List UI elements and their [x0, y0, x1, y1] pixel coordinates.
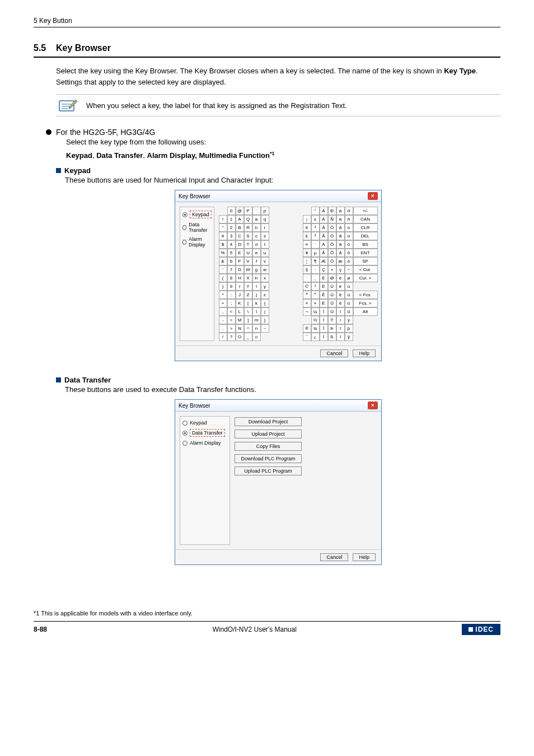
key-side-button[interactable]: ENT [353, 249, 378, 257]
key-cell[interactable]: X [244, 274, 252, 282]
key-cell[interactable]: É [320, 282, 328, 291]
key-cell[interactable]: Ã [320, 232, 328, 240]
key-cell[interactable]: ð [345, 207, 353, 215]
key-side-button[interactable]: DEL [353, 232, 378, 240]
key-cell[interactable]: ® [303, 324, 311, 333]
close-icon[interactable]: ✕ [368, 192, 378, 200]
key-cell[interactable]: ¶ [311, 257, 320, 265]
key-cell[interactable]: = [227, 316, 236, 324]
key-cell[interactable]: ä [336, 240, 345, 249]
key-cell[interactable]: Q [244, 215, 252, 223]
key-cell[interactable]: è [336, 274, 345, 282]
key-cell[interactable]: ¸ [311, 274, 320, 282]
key-cell[interactable]: W [244, 265, 252, 274]
key-cell[interactable]: Ý [328, 316, 336, 324]
key-cell[interactable]: w [261, 265, 269, 274]
key-cell[interactable]: ½ [311, 316, 320, 324]
key-cell[interactable]: 0 [227, 207, 236, 215]
key-cell[interactable]: ã [336, 232, 345, 240]
key-cell[interactable]: ¯ [303, 333, 311, 341]
key-cell[interactable]: E [236, 249, 244, 257]
key-side-button[interactable]: CAN [353, 215, 378, 223]
key-cell[interactable]: i [252, 282, 261, 291]
key-cell[interactable]: Ú [328, 291, 336, 299]
cancel-button[interactable]: Cancel [320, 553, 348, 561]
key-cell[interactable]: ÷ [345, 265, 353, 274]
key-cell[interactable]: ë [336, 299, 345, 307]
key-cell[interactable]: < [227, 307, 236, 316]
key-cell[interactable]: j [252, 291, 261, 299]
key-cell[interactable]: 3 [227, 232, 236, 240]
key-cell[interactable]: Y [244, 282, 252, 291]
key-cell[interactable]: Ô [328, 240, 336, 249]
key-cell[interactable]: 2 [227, 223, 236, 232]
help-button[interactable]: Help [353, 349, 376, 357]
key-cell[interactable]: 4 [227, 240, 236, 249]
key-cell[interactable]: Ë [320, 299, 328, 307]
key-cell[interactable]: ¦ [303, 257, 311, 265]
key-cell[interactable]: ö [345, 257, 353, 265]
key-cell[interactable]: " [219, 223, 227, 232]
data-transfer-btn[interactable]: Upload PLC Program [235, 466, 302, 475]
key-cell[interactable]: ì [336, 307, 345, 316]
key-cell[interactable]: N [236, 324, 244, 333]
key-cell[interactable]: > [227, 324, 236, 333]
key-cell[interactable]: ß [328, 333, 336, 341]
cancel-button[interactable]: Cancel [320, 349, 348, 357]
key-cell[interactable]: % [219, 249, 227, 257]
key-cell[interactable]: O [236, 333, 244, 341]
key-cell[interactable]: ÿ [345, 333, 353, 341]
key-cell[interactable]: b [252, 223, 261, 232]
key-cell[interactable]: Ï [320, 333, 328, 341]
key-cell[interactable]: ~ [261, 324, 269, 333]
key-cell[interactable]: P [244, 207, 252, 215]
key-cell[interactable]: ¾ [311, 324, 320, 333]
data-transfer-btn[interactable]: Upload Project [235, 430, 302, 438]
key-cell[interactable]: « [303, 299, 311, 307]
key-cell[interactable]: Þ [328, 324, 336, 333]
key-cell[interactable]: G [236, 265, 244, 274]
key-cell[interactable]: H [236, 274, 244, 282]
key-cell[interactable]: Í [320, 316, 328, 324]
key-cell[interactable]: Á [320, 215, 328, 223]
key-cell[interactable]: 9 [227, 282, 236, 291]
key-cell[interactable]: c [252, 232, 261, 240]
key-cell[interactable]: ? [227, 333, 236, 341]
key-cell[interactable]: å [336, 249, 345, 257]
key-cell[interactable]: J [236, 291, 244, 299]
key-cell[interactable]: Ø [328, 274, 336, 282]
key-side-button[interactable]: SP [353, 257, 378, 265]
key-cell[interactable]: ¬ [303, 307, 311, 316]
key-side-button[interactable]: < Cur. [353, 265, 378, 274]
key-cell[interactable]: Z [244, 291, 252, 299]
key-cell[interactable]: Õ [328, 249, 336, 257]
key-cell[interactable]: B [236, 223, 244, 232]
key-cell[interactable]: u [261, 249, 269, 257]
key-cell[interactable]: ¨ [303, 274, 311, 282]
key-cell[interactable]: U [244, 249, 252, 257]
close-icon[interactable]: ✕ [368, 402, 378, 409]
key-cell[interactable]: º [311, 291, 320, 299]
key-cell[interactable]: 5 [227, 249, 236, 257]
key-cell[interactable]: ª [303, 291, 311, 299]
key-cell[interactable]: D [236, 240, 244, 249]
key-cell[interactable]: £ [303, 232, 311, 240]
key-cell[interactable]: $ [219, 240, 227, 249]
key-cell[interactable]: q [261, 215, 269, 223]
key-cell[interactable]: ] [244, 316, 252, 324]
key-cell[interactable]: [ [244, 299, 252, 307]
key-cell[interactable]: ¢ [303, 223, 311, 232]
key-cell[interactable]: ³ [311, 232, 320, 240]
key-cell[interactable]: V [244, 257, 252, 265]
key-cell[interactable]: é [336, 282, 345, 291]
key-cell[interactable]: ú [345, 291, 353, 299]
data-transfer-btn[interactable]: Copy Files [235, 442, 302, 451]
key-cell[interactable]: ± [311, 215, 320, 223]
key-cell[interactable]: } [261, 316, 269, 324]
key-cell[interactable]: ó [345, 232, 353, 240]
key-cell[interactable]: þ [345, 324, 353, 333]
key-cell[interactable]: ü [345, 307, 353, 316]
key-cell[interactable]: µ [311, 249, 320, 257]
key-cell[interactable]: | [261, 307, 269, 316]
key-cell[interactable]: Ç [320, 265, 328, 274]
